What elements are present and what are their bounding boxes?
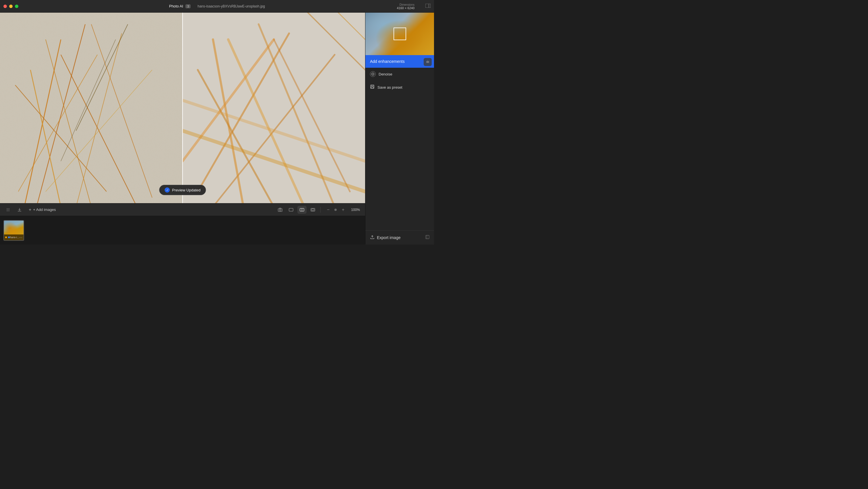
svg-line-7 — [30, 70, 61, 203]
thumbnail-item[interactable]: hans-i... ··· — [3, 220, 24, 241]
overlay-view-button[interactable] — [308, 206, 317, 214]
dimensions-panel: Dimensions 4160 × 6240 — [397, 0, 417, 12]
processed-image — [183, 12, 365, 203]
drag-handle-button[interactable] — [3, 206, 12, 214]
dimensions-value: 4160 × 6240 — [397, 6, 414, 10]
export-label: Export image — [377, 235, 400, 240]
minimize-button[interactable] — [9, 5, 12, 8]
right-sidebar: Add enhancements + — [365, 12, 434, 244]
original-image — [0, 12, 183, 203]
svg-line-4 — [24, 40, 61, 203]
toast-check-icon: ✓ — [165, 187, 170, 193]
save-preset-button[interactable]: Save as preset — [365, 82, 434, 93]
mini-preview — [365, 12, 434, 55]
titlebar: Photo AI 3 hans-isaacson-yBXVsRBJawE-uns… — [0, 0, 434, 12]
svg-point-32 — [9, 209, 9, 210]
zoom-value[interactable]: 100% — [349, 207, 362, 213]
zoom-controls — [334, 208, 337, 211]
svg-rect-48 — [426, 235, 429, 239]
svg-rect-41 — [312, 209, 314, 210]
traffic-lights — [3, 5, 19, 8]
svg-point-34 — [9, 210, 9, 211]
sidebar-edit-icon[interactable] — [424, 58, 432, 66]
download-icon[interactable] — [15, 206, 24, 214]
thumbnail-overlay: hans-i... ··· — [4, 234, 24, 240]
thumbnail-status-icons — [5, 236, 10, 238]
thumbnail-dot-orange — [5, 236, 7, 238]
add-images-icon: + — [29, 207, 31, 213]
thumbnail-name: hans-i... — [10, 236, 19, 239]
svg-line-12 — [91, 24, 152, 198]
zoom-in-button[interactable]: + — [338, 206, 348, 214]
filmstrip: hans-i... ··· — [0, 216, 365, 244]
image-right-panel — [183, 12, 365, 203]
svg-line-6 — [19, 55, 98, 192]
svg-line-10 — [76, 33, 122, 203]
svg-rect-37 — [289, 208, 293, 211]
svg-point-30 — [9, 208, 9, 208]
svg-line-11 — [61, 55, 137, 203]
denoise-label: Denoise — [379, 72, 392, 76]
save-preset-icon — [370, 85, 375, 90]
svg-point-31 — [7, 209, 7, 210]
zoom-out-button[interactable]: − — [323, 206, 333, 214]
svg-point-33 — [7, 210, 7, 211]
svg-line-8 — [45, 40, 91, 203]
svg-line-15 — [61, 40, 116, 161]
maximize-button[interactable] — [15, 5, 19, 8]
save-preset-label: Save as preset — [377, 85, 402, 90]
split-view-button[interactable] — [298, 206, 307, 214]
svg-line-14 — [76, 24, 128, 131]
svg-line-5 — [36, 24, 85, 203]
svg-line-9 — [15, 85, 106, 192]
svg-line-13 — [45, 70, 152, 192]
add-images-label: + Add images — [33, 207, 56, 212]
main-layout: ✓ Preview Updated + + Add images — [0, 12, 434, 244]
split-divider[interactable] — [182, 12, 183, 203]
export-button[interactable]: Export image — [365, 230, 434, 244]
tab-count: 3 — [185, 4, 191, 8]
denoise-item[interactable]: Denoise — [365, 68, 434, 80]
export-edit-icon[interactable] — [425, 235, 429, 240]
svg-point-36 — [279, 209, 281, 211]
app-title-group: Photo AI 3 hans-isaacson-yBXVsRBJawE-uns… — [169, 4, 265, 8]
denoise-globe-icon — [370, 71, 376, 77]
svg-point-29 — [7, 208, 7, 208]
close-button[interactable] — [3, 5, 7, 8]
file-name: hans-isaacson-yBXVsRBJawE-unsplash.jpg — [197, 4, 265, 8]
add-images-button[interactable]: + + Add images — [26, 206, 58, 214]
svg-rect-3 — [0, 12, 183, 203]
thumbnail-more-icon[interactable]: ··· — [19, 235, 22, 240]
svg-rect-0 — [425, 4, 431, 8]
svg-rect-2 — [0, 12, 183, 203]
image-comparison[interactable]: ✓ Preview Updated — [0, 12, 365, 203]
image-left-panel — [0, 12, 183, 203]
sidebar-toggle-icon[interactable] — [425, 4, 431, 9]
app-name: Photo AI — [169, 4, 183, 8]
add-enhancements-label: Add enhancements — [370, 59, 405, 64]
thumbnail-dot-blue — [8, 236, 10, 238]
toast-text: Preview Updated — [172, 188, 200, 192]
preview-toast: ✓ Preview Updated — [159, 185, 206, 195]
export-upload-icon — [370, 235, 375, 240]
bottom-toolbar: + + Add images — [0, 203, 365, 216]
dimensions-label: Dimensions — [400, 3, 414, 6]
canvas-area: ✓ Preview Updated + + Add images — [0, 12, 365, 244]
single-view-button[interactable] — [286, 206, 296, 214]
camera-view-button[interactable] — [276, 206, 285, 214]
preview-frame — [394, 28, 406, 40]
toolbar-separator — [320, 207, 321, 213]
